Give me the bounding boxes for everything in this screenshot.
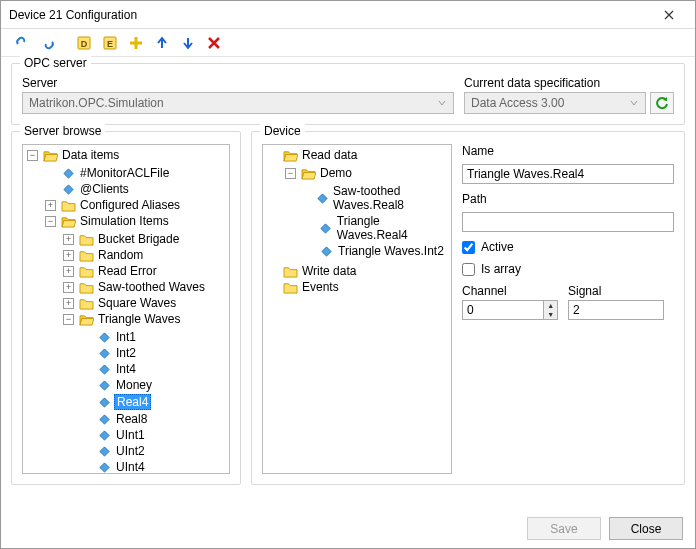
folder-open-icon xyxy=(42,148,58,162)
toolbar-up-button[interactable] xyxy=(151,32,173,54)
tree-folder[interactable]: Write data xyxy=(267,263,451,279)
tree-expander xyxy=(81,414,92,425)
tree-expander[interactable]: − xyxy=(63,314,74,325)
signal-label: Signal xyxy=(568,284,664,298)
tree-item[interactable]: Real4 xyxy=(81,393,229,411)
isarray-checkbox-label: Is array xyxy=(481,262,521,276)
channel-spin-buttons[interactable]: ▲▼ xyxy=(543,301,557,319)
tree-folder[interactable]: −Demo xyxy=(285,165,451,181)
tree-expander[interactable]: + xyxy=(63,234,74,245)
tree-folder[interactable]: −Data items xyxy=(27,147,229,163)
isarray-checkbox[interactable] xyxy=(462,263,475,276)
tree-expander[interactable]: + xyxy=(63,250,74,261)
tree-expander[interactable]: + xyxy=(63,298,74,309)
refresh-button[interactable] xyxy=(650,92,674,114)
tree-item[interactable]: Triangle Waves.Real4 xyxy=(303,213,451,243)
tree-folder[interactable]: +Configured Aliases xyxy=(45,197,229,213)
name-label: Name xyxy=(462,144,674,158)
spin-down-icon[interactable]: ▼ xyxy=(544,310,557,319)
tag-icon xyxy=(96,460,112,474)
device-tree[interactable]: Read data−DemoSaw-toothed Waves.Real8Tri… xyxy=(262,144,452,474)
save-button[interactable]: Save xyxy=(527,517,601,540)
tree-folder[interactable]: +Saw-toothed Waves xyxy=(63,279,229,295)
spin-up-icon[interactable]: ▲ xyxy=(544,301,557,310)
tree-item-label: #MonitorACLFile xyxy=(78,166,171,180)
folder-icon xyxy=(78,232,94,246)
path-field[interactable] xyxy=(462,212,674,232)
tree-folder[interactable]: +Random xyxy=(63,247,229,263)
tree-item-label: Bucket Brigade xyxy=(96,232,181,246)
device-legend: Device xyxy=(260,124,305,138)
tree-folder[interactable]: Read data xyxy=(267,147,451,163)
toolbar-disconnect-button[interactable] xyxy=(37,32,59,54)
tree-expander xyxy=(303,223,314,234)
toolbar-down-button[interactable] xyxy=(177,32,199,54)
tree-item-label: Int2 xyxy=(114,346,138,360)
channel-stepper[interactable]: ▲▼ xyxy=(462,300,558,320)
tree-item[interactable]: #MonitorACLFile xyxy=(45,165,229,181)
tree-item-label: Configured Aliases xyxy=(78,198,182,212)
folder-icon xyxy=(282,264,298,278)
tree-expander[interactable]: + xyxy=(63,282,74,293)
tree-item[interactable]: @Clients xyxy=(45,181,229,197)
tree-item-label: Data items xyxy=(60,148,121,162)
tree-item-label: Random xyxy=(96,248,145,262)
spec-combo[interactable]: Data Access 3.00 xyxy=(464,92,646,114)
tree-item[interactable]: Money xyxy=(81,377,229,393)
window-close-button[interactable] xyxy=(651,3,687,27)
tree-expander[interactable]: + xyxy=(45,200,56,211)
tree-item-label: Triangle Waves.Int2 xyxy=(336,244,446,258)
tag-icon xyxy=(96,412,112,426)
opc-server-group: OPC server Server Matrikon.OPC.Simulatio… xyxy=(11,63,685,125)
tree-item-label: Events xyxy=(300,280,341,294)
spec-combo-value: Data Access 3.00 xyxy=(471,96,627,110)
toolbar-connect-button[interactable] xyxy=(11,32,33,54)
tree-expander[interactable]: + xyxy=(63,266,74,277)
toolbar-doc-e-button[interactable]: E xyxy=(99,32,121,54)
server-browse-legend: Server browse xyxy=(20,124,105,138)
tree-item[interactable]: Real8 xyxy=(81,411,229,427)
tree-item[interactable]: UInt1 xyxy=(81,427,229,443)
active-checkbox[interactable] xyxy=(462,241,475,254)
toolbar-doc-d-button[interactable]: D xyxy=(73,32,95,54)
tree-folder[interactable]: +Read Error xyxy=(63,263,229,279)
tree-item[interactable]: Int1 xyxy=(81,329,229,345)
tree-item-label: UInt2 xyxy=(114,444,147,458)
tree-item[interactable]: UInt4 xyxy=(81,459,229,474)
spec-label: Current data specification xyxy=(464,76,674,90)
tree-item-label: Money xyxy=(114,378,154,392)
tree-item-label: UInt4 xyxy=(114,460,147,474)
tree-item[interactable]: Saw-toothed Waves.Real8 xyxy=(303,183,451,213)
tag-icon xyxy=(96,444,112,458)
tree-expander xyxy=(81,430,92,441)
tree-item[interactable]: Triangle Waves.Int2 xyxy=(303,243,451,259)
tree-item[interactable]: Int2 xyxy=(81,345,229,361)
close-button[interactable]: Close xyxy=(609,517,683,540)
svg-text:E: E xyxy=(107,39,113,49)
tree-expander[interactable]: − xyxy=(45,216,56,227)
tree-expander[interactable]: − xyxy=(285,168,296,179)
tree-item[interactable]: UInt2 xyxy=(81,443,229,459)
arrow-up-icon xyxy=(154,35,170,51)
tree-item-label: Demo xyxy=(318,166,354,180)
name-field[interactable] xyxy=(462,164,674,184)
tag-icon xyxy=(96,428,112,442)
tree-folder[interactable]: +Square Waves xyxy=(63,295,229,311)
tree-item[interactable]: Int4 xyxy=(81,361,229,377)
toolbar-delete-button[interactable] xyxy=(203,32,225,54)
tree-item-label: Saw-toothed Waves.Real8 xyxy=(331,184,451,212)
server-combo[interactable]: Matrikon.OPC.Simulation xyxy=(22,92,454,114)
tree-folder[interactable]: −Triangle Waves xyxy=(63,311,229,327)
tree-item-label: UInt1 xyxy=(114,428,147,442)
isarray-checkbox-row: Is array xyxy=(462,262,674,276)
tree-folder[interactable]: −Simulation Items xyxy=(45,213,229,229)
signal-field[interactable] xyxy=(568,300,664,320)
server-tree[interactable]: −Data items#MonitorACLFile@Clients+Confi… xyxy=(22,144,230,474)
channel-input[interactable] xyxy=(463,301,543,319)
tree-folder[interactable]: +Bucket Brigade xyxy=(63,231,229,247)
folder-open-icon xyxy=(60,214,76,228)
folder-icon xyxy=(78,280,94,294)
toolbar-add-button[interactable] xyxy=(125,32,147,54)
tree-expander[interactable]: − xyxy=(27,150,38,161)
tree-folder[interactable]: Events xyxy=(267,279,451,295)
